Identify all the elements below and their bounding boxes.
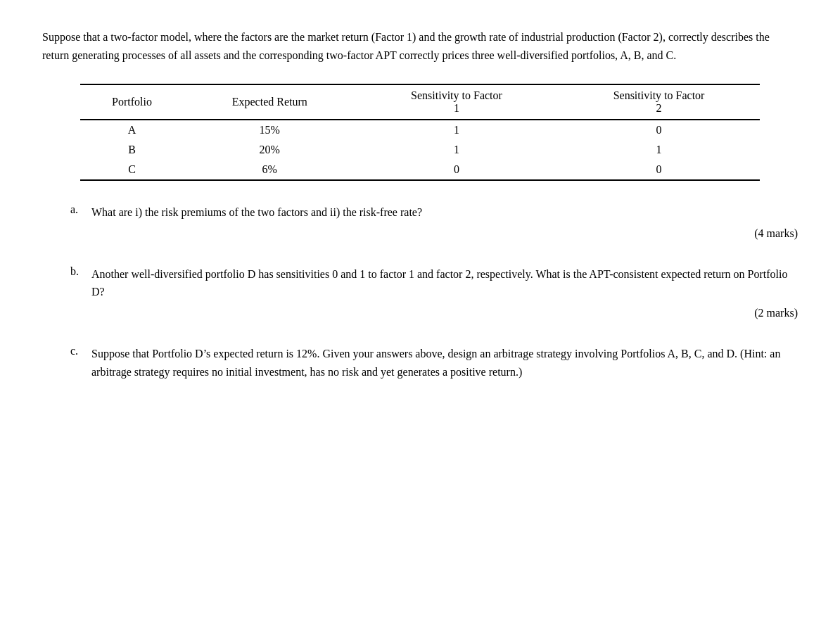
question-label-2: c. [70,345,91,381]
portfolio-table: Portfolio Expected Return Sensitivity to… [80,84,761,181]
table-row: B 20% 1 1 [80,140,761,160]
questions-container: a. What are i) the risk premiums of the … [70,203,798,381]
col-header-expected-return: Expected Return [184,84,355,120]
cell-factor1: 1 [355,140,558,160]
cell-expected-return: 20% [184,140,355,160]
cell-factor2: 0 [558,160,761,180]
table-row: A 15% 1 0 [80,120,761,140]
cell-expected-return: 15% [184,120,355,140]
data-table-container: Portfolio Expected Return Sensitivity to… [80,84,761,181]
question-marks-1: (2 marks) [91,307,798,319]
question-a: a. What are i) the risk premiums of the … [70,203,798,240]
cell-portfolio: B [80,140,184,160]
cell-factor1: 1 [355,120,558,140]
col-header-sensitivity-f1-line1: Sensitivity to Factor 1 [355,84,558,120]
col-header-portfolio: Portfolio [80,84,184,120]
question-label-1: b. [70,265,91,319]
question-body-2: Suppose that Portfolio D’s expected retu… [91,345,798,381]
question-label-0: a. [70,203,91,240]
question-text-2: Suppose that Portfolio D’s expected retu… [91,345,798,381]
table-row: C 6% 0 0 [80,160,761,180]
questions-section: a. What are i) the risk premiums of the … [70,203,798,381]
table-body: A 15% 1 0 B 20% 1 1 C 6% 0 0 [80,120,761,180]
question-b: b. Another well-diversified portfolio D … [70,265,798,319]
intro-paragraph: Suppose that a two-factor model, where t… [42,28,798,64]
question-marks-0: (4 marks) [91,227,798,240]
question-body-0: What are i) the risk premiums of the two… [91,203,798,240]
question-c: c. Suppose that Portfolio D’s expected r… [70,345,798,381]
question-text-0: What are i) the risk premiums of the two… [91,203,798,222]
question-body-1: Another well-diversified portfolio D has… [91,265,798,319]
cell-factor2: 1 [558,140,761,160]
question-text-1: Another well-diversified portfolio D has… [91,265,798,301]
cell-portfolio: C [80,160,184,180]
col-header-sensitivity-f2-line1: Sensitivity to Factor 2 [558,84,761,120]
cell-expected-return: 6% [184,160,355,180]
table-header-row-1: Portfolio Expected Return Sensitivity to… [80,84,761,120]
cell-factor1: 0 [355,160,558,180]
cell-portfolio: A [80,120,184,140]
cell-factor2: 0 [558,120,761,140]
